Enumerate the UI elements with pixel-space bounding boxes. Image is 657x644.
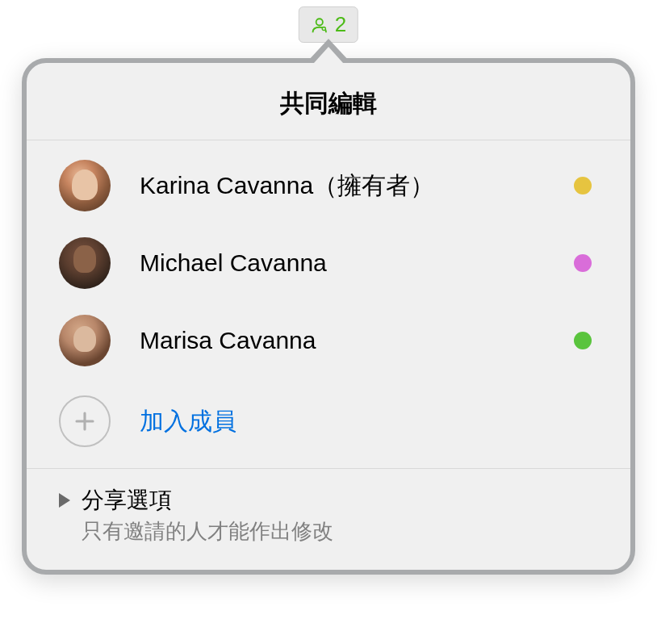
participant-count: 2	[335, 12, 346, 37]
participant-color-dot	[574, 177, 592, 194]
participant-name: Karina Cavanna（擁有者）	[140, 169, 545, 203]
share-options-header: 分享選項	[59, 485, 606, 516]
plus-icon	[59, 395, 111, 447]
participant-row[interactable]: Michael Cavanna	[51, 224, 606, 302]
participant-color-dot	[574, 332, 592, 349]
svg-point-0	[316, 19, 323, 25]
avatar	[59, 315, 111, 366]
disclosure-triangle-icon	[59, 493, 70, 508]
share-options-button[interactable]: 分享選項 只有邀請的人才能作出修改	[27, 468, 630, 570]
participant-color-dot	[574, 254, 592, 272]
add-member-label: 加入成員	[140, 405, 236, 438]
avatar	[59, 160, 111, 211]
share-options-title: 分享選項	[82, 485, 172, 516]
add-member-button[interactable]: 加入成員	[51, 379, 606, 468]
participant-name: Michael Cavanna	[140, 249, 545, 277]
avatar	[59, 237, 111, 289]
participant-row[interactable]: Karina Cavanna（擁有者）	[51, 147, 606, 224]
participant-name: Marisa Cavanna	[140, 327, 545, 354]
participants-list: Karina Cavanna（擁有者） Michael Cavanna Mari…	[27, 140, 630, 468]
popover-arrow	[308, 39, 349, 61]
person-icon	[311, 16, 328, 34]
share-options-subtitle: 只有邀請的人才能作出修改	[82, 517, 606, 546]
participant-row[interactable]: Marisa Cavanna	[51, 302, 606, 379]
popover-title: 共同編輯	[27, 63, 630, 140]
popover-body: 共同編輯 Karina Cavanna（擁有者） Michael Cavanna…	[22, 58, 635, 575]
collaboration-popover: 共同編輯 Karina Cavanna（擁有者） Michael Cavanna…	[22, 58, 635, 575]
collaboration-toolbar-button[interactable]: 2	[299, 6, 358, 43]
